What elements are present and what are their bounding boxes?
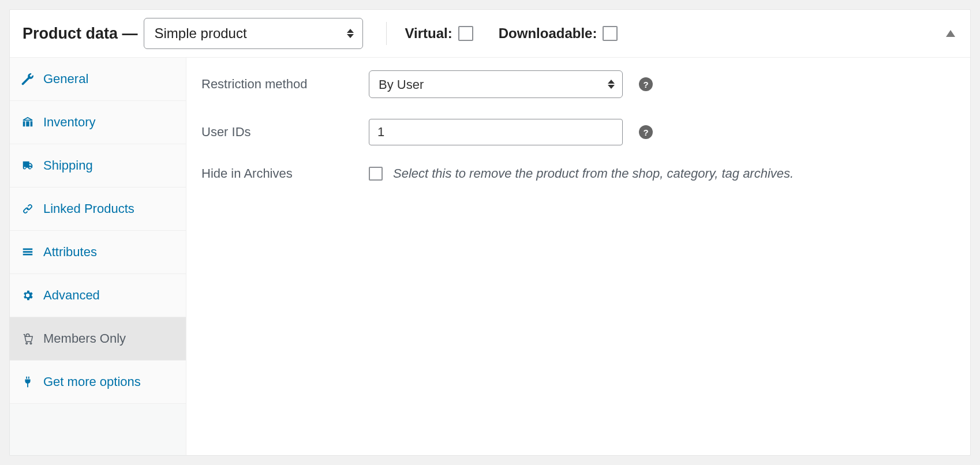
panel-header: Product data — Simple product Virtual: D…: [10, 10, 970, 58]
user-ids-row: User IDs ?: [201, 119, 955, 145]
product-type-select[interactable]: Simple product: [144, 18, 363, 49]
product-data-panel: Product data — Simple product Virtual: D…: [9, 9, 971, 456]
restriction-method-row: Restriction method By User ?: [201, 70, 955, 98]
downloadable-checkbox[interactable]: [603, 26, 618, 41]
tab-get-more-options[interactable]: Get more options: [10, 361, 186, 404]
product-data-tabs: General Inventory Shipping: [10, 58, 186, 455]
divider: [386, 22, 387, 45]
tab-label: Linked Products: [43, 201, 134, 216]
downloadable-label: Downloadable:: [499, 25, 597, 42]
tab-label: Get more options: [43, 374, 141, 389]
restriction-method-select[interactable]: By User: [369, 70, 623, 98]
virtual-checkbox[interactable]: [458, 26, 473, 41]
tab-label: Attributes: [43, 245, 97, 260]
tab-shipping[interactable]: Shipping: [10, 144, 186, 187]
downloadable-toggle-group: Downloadable:: [499, 25, 618, 42]
tab-inventory[interactable]: Inventory: [10, 101, 186, 144]
help-icon[interactable]: ?: [639, 125, 653, 139]
virtual-label: Virtual:: [405, 25, 452, 42]
restriction-method-label: Restriction method: [201, 77, 357, 92]
hide-in-archives-hint: Select this to remove the product from t…: [393, 166, 794, 181]
inventory-icon: [21, 116, 34, 129]
tab-label: Shipping: [43, 158, 93, 173]
help-icon[interactable]: ?: [639, 77, 653, 91]
tab-label: Members Only: [43, 331, 126, 346]
wrench-icon: [21, 73, 34, 85]
hide-in-archives-label: Hide in Archives: [201, 166, 357, 181]
tab-general[interactable]: General: [10, 58, 186, 101]
virtual-toggle-group: Virtual:: [405, 25, 473, 42]
list-icon: [21, 246, 34, 258]
svg-point-1: [26, 343, 28, 344]
gear-icon: [21, 289, 34, 302]
user-ids-label: User IDs: [201, 125, 357, 140]
svg-marker-0: [946, 30, 955, 37]
tab-content: Restriction method By User ?: [186, 58, 970, 455]
link-icon: [21, 202, 34, 215]
tab-advanced[interactable]: Advanced: [10, 274, 186, 317]
panel-body: General Inventory Shipping: [10, 58, 970, 455]
chevron-up-icon: [946, 30, 955, 37]
hide-in-archives-row: Hide in Archives Select this to remove t…: [201, 166, 955, 181]
tab-attributes[interactable]: Attributes: [10, 231, 186, 274]
panel-title: Product data —: [23, 25, 138, 43]
truck-icon: [21, 159, 34, 172]
product-type-select-wrap: Simple product: [144, 18, 363, 49]
plug-icon: [21, 376, 34, 388]
collapse-panel-toggle[interactable]: [946, 30, 955, 37]
tab-linked-products[interactable]: Linked Products: [10, 187, 186, 231]
svg-point-2: [30, 343, 32, 344]
tab-label: Advanced: [43, 288, 100, 303]
cart-icon: [21, 332, 34, 345]
tab-label: General: [43, 72, 88, 87]
restriction-method-select-wrap: By User: [369, 70, 623, 98]
tab-members-only[interactable]: Members Only: [10, 317, 186, 361]
tab-label: Inventory: [43, 115, 96, 130]
user-ids-input[interactable]: [369, 119, 623, 145]
hide-in-archives-checkbox[interactable]: [369, 167, 383, 181]
